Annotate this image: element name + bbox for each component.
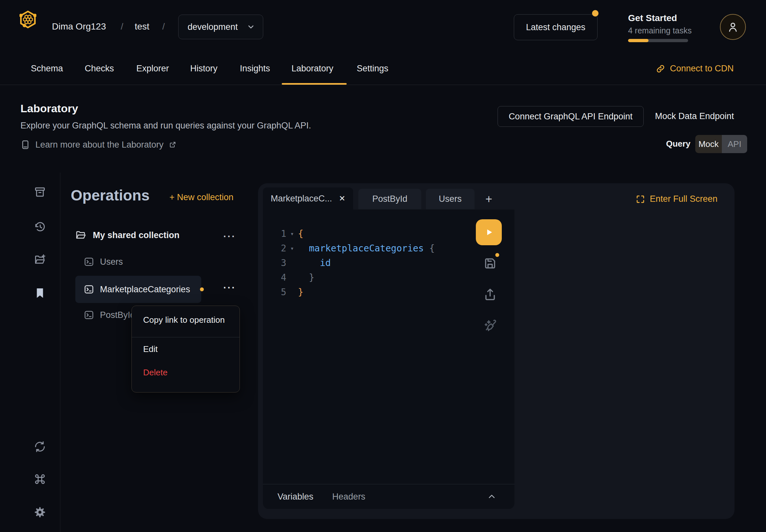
- connect-graphql-endpoint-button[interactable]: Connect GraphQL API Endpoint: [498, 106, 644, 127]
- line-number: 4: [263, 270, 286, 285]
- operation-context-menu: Copy link to operation Edit Delete: [131, 306, 240, 393]
- new-tab-button[interactable]: [482, 192, 496, 206]
- folder-open-icon: [75, 230, 86, 241]
- enter-fullscreen-button[interactable]: Enter Full Screen: [636, 194, 718, 204]
- link-icon: [656, 64, 665, 74]
- code-token: {: [430, 241, 435, 256]
- learn-more-link[interactable]: Learn more about the Laboratory: [20, 139, 176, 150]
- editor-tab-users[interactable]: Users: [426, 189, 475, 209]
- breadcrumb-project[interactable]: test: [135, 21, 149, 32]
- menu-delete[interactable]: Delete: [143, 368, 167, 378]
- tab-laboratory[interactable]: Laboratory: [291, 64, 333, 74]
- editor-tab-label: Users: [439, 194, 462, 204]
- mock-data-endpoint-button[interactable]: Mock Data Endpoint: [655, 111, 734, 121]
- latest-changes-button[interactable]: Latest changes: [514, 14, 598, 40]
- notification-dot: [592, 10, 599, 17]
- terminal-icon: [84, 310, 94, 320]
- tab-insights[interactable]: Insights: [240, 64, 270, 74]
- operation-row-marketplacecategories[interactable]: MarketplaceCategories: [75, 276, 201, 303]
- fold-spacer: [286, 270, 298, 285]
- variables-tab[interactable]: Variables: [277, 492, 313, 502]
- code-token: }: [298, 270, 314, 285]
- sync-icon[interactable]: [34, 441, 46, 453]
- active-tab-underline: [282, 83, 346, 85]
- menu-edit[interactable]: Edit: [143, 344, 158, 354]
- menu-copy-link[interactable]: Copy link to operation: [143, 315, 225, 325]
- tab-history[interactable]: History: [190, 64, 217, 74]
- breadcrumb-separator: /: [121, 21, 123, 32]
- page-title: Laboratory: [20, 102, 78, 115]
- fold-spacer: [286, 256, 298, 270]
- enter-fullscreen-label: Enter Full Screen: [650, 194, 718, 204]
- environment-value: development: [188, 22, 241, 32]
- operation-label: Users: [100, 257, 123, 267]
- terminal-icon: [84, 284, 94, 295]
- tab-checks[interactable]: Checks: [85, 64, 114, 74]
- editor-footer-bar: Variables Headers: [263, 484, 515, 509]
- editor-tab-label: MarketplaceC...: [271, 194, 332, 204]
- operation-more-icon[interactable]: [223, 282, 236, 293]
- bookmark-icon[interactable]: [34, 287, 46, 299]
- get-started-progress: [628, 39, 688, 42]
- breadcrumb-separator: /: [162, 21, 165, 32]
- code-token: {: [298, 226, 303, 241]
- learn-more-label: Learn more about the Laboratory: [35, 140, 164, 150]
- prettify-button[interactable]: [483, 319, 497, 333]
- query-mode-label: Query: [666, 139, 690, 149]
- query-mode-toggle: Mock API: [695, 135, 747, 153]
- line-number: 2: [263, 241, 286, 256]
- code-line: 1 {: [263, 226, 435, 241]
- share-button[interactable]: [483, 287, 497, 302]
- line-number: 1: [263, 226, 286, 241]
- code-line: 3 id: [263, 256, 435, 270]
- code-line: 5 }: [263, 285, 435, 299]
- unsaved-indicator-dot: [495, 253, 499, 257]
- collection-more-icon[interactable]: [223, 231, 236, 242]
- editor-tab-label: PostById: [372, 194, 407, 204]
- page-description: Explore your GraphQL schema and run quer…: [20, 121, 311, 131]
- code-token: marketplaceCategories: [298, 241, 430, 256]
- history-icon[interactable]: [34, 221, 46, 233]
- get-started-subtitle: 4 remaining tasks: [628, 26, 692, 35]
- hive-logo[interactable]: [19, 10, 36, 29]
- person-icon: [726, 20, 739, 33]
- get-started-title[interactable]: Get Started: [628, 13, 677, 23]
- save-button[interactable]: [483, 256, 497, 271]
- code-line: 4 }: [263, 270, 435, 285]
- archive-icon[interactable]: [34, 186, 46, 198]
- collection-header[interactable]: My shared collection: [75, 230, 179, 241]
- code-line: 2 marketplaceCategories {: [263, 241, 435, 256]
- play-icon: [483, 227, 494, 238]
- fold-arrow-icon[interactable]: [286, 226, 298, 241]
- fold-arrow-icon[interactable]: [286, 241, 298, 256]
- mode-api-option[interactable]: API: [722, 135, 747, 153]
- connect-to-cdn-label: Connect to CDN: [670, 64, 734, 74]
- connect-to-cdn-link[interactable]: Connect to CDN: [656, 64, 734, 74]
- user-avatar[interactable]: [720, 14, 746, 40]
- menu-divider: [132, 337, 239, 337]
- editor-tab-postbyid[interactable]: PostById: [358, 189, 421, 209]
- fold-spacer: [286, 285, 298, 299]
- chevron-down-icon: [247, 23, 255, 31]
- run-query-button[interactable]: [476, 219, 502, 245]
- command-icon[interactable]: [34, 473, 46, 485]
- unsaved-changes-dot: [200, 287, 204, 291]
- code-area: 1 { 2 marketplaceCategories { 3 id 4 } 5…: [263, 226, 435, 299]
- editor-tab-marketplacecategories[interactable]: MarketplaceC...: [263, 187, 353, 210]
- settings-gear-icon[interactable]: [34, 506, 46, 518]
- tab-schema[interactable]: Schema: [31, 64, 63, 74]
- operation-row-users[interactable]: Users: [75, 250, 201, 273]
- environment-dropdown[interactable]: development: [178, 15, 263, 39]
- new-collection-button[interactable]: + New collection: [169, 192, 233, 202]
- headers-tab[interactable]: Headers: [332, 492, 365, 502]
- collapse-chevron-icon[interactable]: [487, 492, 497, 502]
- external-link-icon: [169, 141, 176, 149]
- new-folder-icon[interactable]: [34, 254, 46, 266]
- operation-label: MarketplaceCategories: [100, 284, 190, 295]
- progress-fill: [628, 39, 649, 42]
- mode-mock-option[interactable]: Mock: [695, 135, 722, 153]
- breadcrumb-org[interactable]: Dima Org123: [52, 21, 106, 32]
- close-tab-icon[interactable]: [339, 194, 345, 203]
- tab-settings[interactable]: Settings: [357, 64, 389, 74]
- tab-explorer[interactable]: Explorer: [136, 64, 169, 74]
